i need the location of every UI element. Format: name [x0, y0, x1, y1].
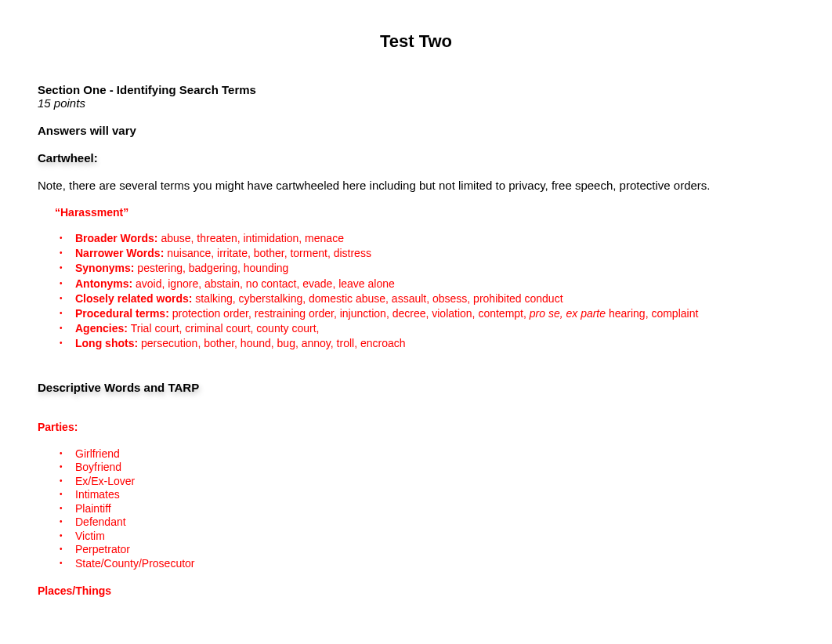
points-line: 15 points: [38, 96, 794, 110]
party-item: Girlfriend: [64, 447, 794, 461]
descriptive-block: Descriptive Words and TARP Parties: Girl…: [38, 381, 794, 598]
cartwheel-item-antonyms: Antonyms: avoid, ignore, abstain, no con…: [64, 277, 794, 291]
cartwheel-text: nuisance, irritate, bother, torment, dis…: [167, 247, 371, 259]
cartwheel-item-agencies: Agencies: Trial court, criminal court, c…: [64, 321, 794, 335]
cartwheel-item-synonyms: Synonyms: pestering, badgering, hounding: [64, 261, 794, 275]
cartwheel-text: abuse, threaten, intimidation, menace: [161, 232, 343, 244]
cartwheel-heading: Cartwheel:: [38, 151, 98, 165]
cartwheel-item-closely: Closely related words: stalking, cyberst…: [64, 291, 794, 306]
cartwheel-text-italic: pro se, ex parte: [530, 307, 606, 320]
cartwheel-item-broader: Broader Words: abuse, threaten, intimida…: [64, 231, 794, 245]
party-item: Ex/Ex-Lover: [64, 475, 794, 489]
parties-title: Parties:: [38, 421, 794, 433]
cartwheel-label: Synonyms:: [75, 262, 137, 274]
party-item: Defendant: [64, 516, 794, 530]
answers-vary: Answers will vary: [38, 124, 794, 137]
parties-list: Girlfriend Boyfriend Ex/Ex-Lover Intimat…: [64, 447, 794, 571]
cartwheel-label: Closely related words:: [75, 292, 195, 305]
descriptive-heading: Descriptive Words and TARP: [38, 381, 199, 394]
party-item: Victim: [64, 530, 794, 544]
cartwheel-label: Narrower Words:: [75, 247, 167, 259]
page-title: Test Two: [38, 31, 794, 52]
harassment-title: “Harassment”: [55, 206, 794, 219]
places-title: Places/Things: [38, 584, 794, 597]
section-heading: Section One - Identifying Search Terms: [38, 83, 794, 96]
cartwheel-item-longshots: Long shots: persecution, bother, hound, …: [64, 336, 794, 350]
cartwheel-text: protection order, restraining order, inj…: [172, 307, 530, 320]
cartwheel-text: persecution, bother, hound, bug, annoy, …: [141, 337, 406, 349]
harassment-block: “Harassment” Broader Words: abuse, threa…: [55, 206, 794, 351]
cartwheel-text: hearing, complaint: [606, 307, 698, 320]
cartwheel-text: Trial court, criminal court, county cour…: [131, 322, 320, 335]
cartwheel-item-procedural: Procedural terms: protection order, rest…: [64, 306, 794, 320]
cartwheel-note: Note, there are several terms you might …: [38, 179, 794, 192]
cartwheel-label: Antonyms:: [75, 277, 136, 290]
cartwheel-text: pestering, badgering, hounding: [137, 262, 288, 274]
party-item: Perpetrator: [64, 543, 794, 557]
cartwheel-label: Broader Words:: [75, 232, 161, 244]
cartwheel-label: Long shots:: [75, 337, 141, 349]
cartwheel-text: avoid, ignore, abstain, no contact, evad…: [136, 277, 395, 290]
party-item: State/County/Prosecutor: [64, 557, 794, 571]
party-item: Plaintiff: [64, 502, 794, 516]
party-item: Intimates: [64, 488, 794, 502]
party-item: Boyfriend: [64, 461, 794, 475]
cartwheel-text: stalking, cyberstalking, domestic abuse,…: [195, 292, 563, 305]
cartwheel-label: Agencies:: [75, 322, 131, 335]
cartwheel-item-narrower: Narrower Words: nuisance, irritate, both…: [64, 246, 794, 260]
cartwheel-label: Procedural terms:: [75, 307, 172, 320]
cartwheel-list: Broader Words: abuse, threaten, intimida…: [64, 231, 794, 351]
